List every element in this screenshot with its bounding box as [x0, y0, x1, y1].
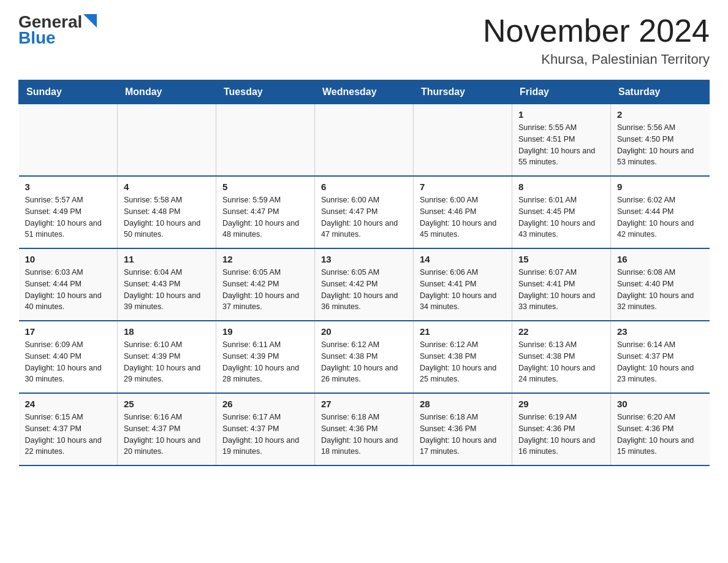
day-info: Sunrise: 6:00 AMSunset: 4:47 PMDaylight:… [321, 194, 406, 240]
day-number: 2 [617, 109, 702, 120]
calendar-cell: 12Sunrise: 6:05 AMSunset: 4:42 PMDayligh… [216, 248, 315, 321]
calendar-week-row: 17Sunrise: 6:09 AMSunset: 4:40 PMDayligh… [19, 321, 710, 393]
calendar-cell: 2Sunrise: 5:56 AMSunset: 4:50 PMDaylight… [611, 104, 710, 177]
day-number: 26 [222, 399, 307, 409]
calendar-cell [118, 104, 216, 177]
day-info: Sunrise: 6:01 AMSunset: 4:45 PMDaylight:… [518, 194, 603, 240]
calendar-cell: 9Sunrise: 6:02 AMSunset: 4:44 PMDaylight… [611, 176, 710, 248]
calendar-cell: 20Sunrise: 6:12 AMSunset: 4:38 PMDayligh… [315, 321, 414, 393]
day-info: Sunrise: 6:03 AMSunset: 4:44 PMDaylight:… [25, 267, 110, 313]
calendar-cell: 6Sunrise: 6:00 AMSunset: 4:47 PMDaylight… [315, 176, 414, 248]
calendar-week-row: 1Sunrise: 5:55 AMSunset: 4:51 PMDaylight… [19, 104, 710, 177]
calendar-cell [19, 104, 118, 177]
day-number: 25 [124, 399, 208, 409]
calendar-cell: 10Sunrise: 6:03 AMSunset: 4:44 PMDayligh… [19, 248, 118, 321]
day-info: Sunrise: 5:58 AMSunset: 4:48 PMDaylight:… [124, 194, 208, 240]
day-info: Sunrise: 6:05 AMSunset: 4:42 PMDaylight:… [321, 267, 406, 313]
calendar-body: 1Sunrise: 5:55 AMSunset: 4:51 PMDaylight… [19, 104, 710, 466]
calendar-cell: 24Sunrise: 6:15 AMSunset: 4:37 PMDayligh… [19, 393, 118, 465]
day-number: 1 [518, 109, 603, 120]
day-number: 15 [518, 254, 603, 264]
calendar-cell: 23Sunrise: 6:14 AMSunset: 4:37 PMDayligh… [611, 321, 710, 393]
day-info: Sunrise: 6:10 AMSunset: 4:39 PMDaylight:… [124, 339, 208, 385]
logo-arrow-icon [83, 14, 97, 28]
calendar-cell: 25Sunrise: 6:16 AMSunset: 4:37 PMDayligh… [118, 393, 216, 465]
logo-text-blue: Blue [18, 28, 56, 48]
day-number: 9 [617, 182, 702, 192]
day-number: 19 [222, 326, 307, 337]
weekday-header-wednesday: Wednesday [315, 80, 414, 104]
day-info: Sunrise: 6:18 AMSunset: 4:36 PMDaylight:… [420, 412, 504, 458]
day-number: 28 [420, 399, 504, 409]
weekday-header-friday: Friday [512, 80, 611, 104]
calendar-cell: 14Sunrise: 6:06 AMSunset: 4:41 PMDayligh… [414, 248, 512, 321]
day-info: Sunrise: 6:08 AMSunset: 4:40 PMDaylight:… [617, 267, 702, 313]
calendar-cell: 22Sunrise: 6:13 AMSunset: 4:38 PMDayligh… [512, 321, 611, 393]
day-info: Sunrise: 6:20 AMSunset: 4:36 PMDaylight:… [617, 412, 702, 458]
day-info: Sunrise: 6:06 AMSunset: 4:41 PMDaylight:… [420, 267, 504, 313]
calendar-cell: 18Sunrise: 6:10 AMSunset: 4:39 PMDayligh… [118, 321, 216, 393]
day-number: 21 [420, 326, 504, 337]
calendar-cell: 17Sunrise: 6:09 AMSunset: 4:40 PMDayligh… [19, 321, 118, 393]
day-info: Sunrise: 6:11 AMSunset: 4:39 PMDaylight:… [222, 339, 307, 385]
weekday-header-monday: Monday [118, 80, 216, 104]
calendar-cell: 11Sunrise: 6:04 AMSunset: 4:43 PMDayligh… [118, 248, 216, 321]
day-number: 6 [321, 182, 406, 192]
calendar-cell: 21Sunrise: 6:12 AMSunset: 4:38 PMDayligh… [414, 321, 512, 393]
calendar-cell: 26Sunrise: 6:17 AMSunset: 4:37 PMDayligh… [216, 393, 315, 465]
day-info: Sunrise: 5:56 AMSunset: 4:50 PMDaylight:… [617, 122, 702, 168]
day-number: 23 [617, 326, 702, 337]
calendar-week-row: 10Sunrise: 6:03 AMSunset: 4:44 PMDayligh… [19, 248, 710, 321]
weekday-header-thursday: Thursday [414, 80, 512, 104]
day-info: Sunrise: 6:00 AMSunset: 4:46 PMDaylight:… [420, 194, 504, 240]
day-number: 11 [124, 254, 208, 264]
day-number: 8 [518, 182, 603, 192]
calendar-cell: 1Sunrise: 5:55 AMSunset: 4:51 PMDaylight… [512, 104, 611, 177]
calendar-cell: 3Sunrise: 5:57 AMSunset: 4:49 PMDaylight… [19, 176, 118, 248]
day-number: 16 [617, 254, 702, 264]
day-number: 12 [222, 254, 307, 264]
calendar-cell: 30Sunrise: 6:20 AMSunset: 4:36 PMDayligh… [611, 393, 710, 465]
calendar-cell: 8Sunrise: 6:01 AMSunset: 4:45 PMDaylight… [512, 176, 611, 248]
day-info: Sunrise: 6:07 AMSunset: 4:41 PMDaylight:… [518, 267, 603, 313]
day-number: 14 [420, 254, 504, 264]
day-number: 7 [420, 182, 504, 192]
calendar-table: SundayMondayTuesdayWednesdayThursdayFrid… [18, 80, 710, 466]
calendar-week-row: 3Sunrise: 5:57 AMSunset: 4:49 PMDaylight… [19, 176, 710, 248]
day-info: Sunrise: 6:18 AMSunset: 4:36 PMDaylight:… [321, 412, 406, 458]
day-info: Sunrise: 6:14 AMSunset: 4:37 PMDaylight:… [617, 339, 702, 385]
day-info: Sunrise: 6:05 AMSunset: 4:42 PMDaylight:… [222, 267, 307, 313]
svg-marker-0 [83, 14, 97, 28]
day-info: Sunrise: 5:55 AMSunset: 4:51 PMDaylight:… [518, 122, 603, 168]
calendar-cell: 15Sunrise: 6:07 AMSunset: 4:41 PMDayligh… [512, 248, 611, 321]
calendar-cell: 27Sunrise: 6:18 AMSunset: 4:36 PMDayligh… [315, 393, 414, 465]
day-info: Sunrise: 6:04 AMSunset: 4:43 PMDaylight:… [124, 267, 208, 313]
day-number: 5 [222, 182, 307, 192]
calendar-cell [216, 104, 315, 177]
day-number: 18 [124, 326, 208, 337]
calendar-subtitle: Khursa, Palestinian Territory [483, 52, 710, 67]
day-number: 30 [617, 399, 702, 409]
calendar-cell: 29Sunrise: 6:19 AMSunset: 4:36 PMDayligh… [512, 393, 611, 465]
weekday-header-row: SundayMondayTuesdayWednesdayThursdayFrid… [19, 80, 710, 104]
calendar-cell: 13Sunrise: 6:05 AMSunset: 4:42 PMDayligh… [315, 248, 414, 321]
day-info: Sunrise: 6:13 AMSunset: 4:38 PMDaylight:… [518, 339, 603, 385]
day-number: 22 [518, 326, 603, 337]
day-info: Sunrise: 6:02 AMSunset: 4:44 PMDaylight:… [617, 194, 702, 240]
calendar-header: SundayMondayTuesdayWednesdayThursdayFrid… [19, 80, 710, 104]
day-info: Sunrise: 6:15 AMSunset: 4:37 PMDaylight:… [25, 412, 110, 458]
day-number: 13 [321, 254, 406, 264]
day-info: Sunrise: 6:19 AMSunset: 4:36 PMDaylight:… [518, 412, 603, 458]
page-header: General Blue November 2024 Khursa, Pales… [18, 12, 710, 67]
weekday-header-sunday: Sunday [19, 80, 118, 104]
calendar-cell: 7Sunrise: 6:00 AMSunset: 4:46 PMDaylight… [414, 176, 512, 248]
weekday-header-tuesday: Tuesday [216, 80, 315, 104]
calendar-cell [315, 104, 414, 177]
day-info: Sunrise: 5:59 AMSunset: 4:47 PMDaylight:… [222, 194, 307, 240]
calendar-cell: 4Sunrise: 5:58 AMSunset: 4:48 PMDaylight… [118, 176, 216, 248]
day-number: 20 [321, 326, 406, 337]
calendar-cell [414, 104, 512, 177]
weekday-header-saturday: Saturday [611, 80, 710, 104]
day-number: 17 [25, 326, 110, 337]
logo: General Blue [18, 12, 97, 48]
